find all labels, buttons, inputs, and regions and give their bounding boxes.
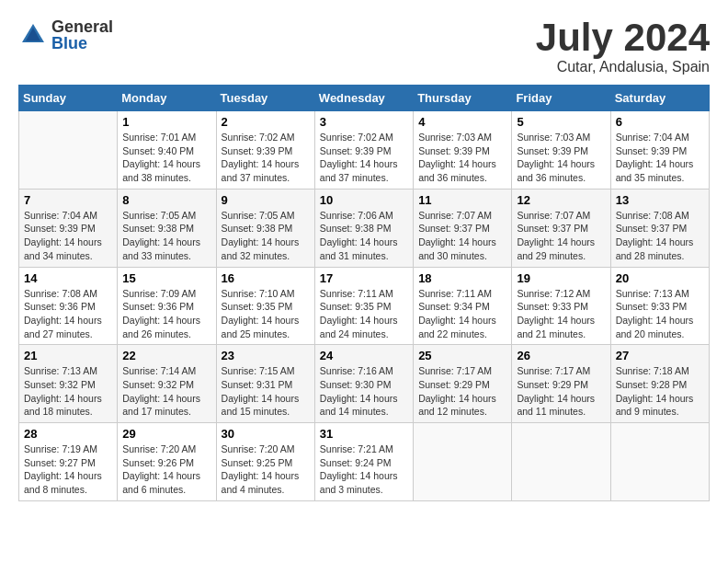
day-number: 2 — [222, 115, 310, 129]
day-number: 16 — [222, 271, 310, 285]
calendar-week-row: 21Sunrise: 7:13 AM Sunset: 9:32 PM Dayli… — [19, 345, 710, 423]
calendar-week-row: 1Sunrise: 7:01 AM Sunset: 9:40 PM Daylig… — [19, 111, 710, 190]
day-info: Sunrise: 7:14 AM Sunset: 9:32 PM Dayligh… — [122, 364, 210, 419]
calendar-day-cell: 17Sunrise: 7:11 AM Sunset: 9:35 PM Dayli… — [314, 267, 413, 345]
calendar-day-cell: 27Sunrise: 7:18 AM Sunset: 9:28 PM Dayli… — [610, 345, 709, 423]
calendar-day-cell: 9Sunrise: 7:05 AM Sunset: 9:38 PM Daylig… — [216, 189, 314, 267]
calendar-day-cell: 11Sunrise: 7:07 AM Sunset: 9:37 PM Dayli… — [414, 189, 512, 267]
day-info: Sunrise: 7:21 AM Sunset: 9:24 PM Dayligh… — [320, 442, 408, 497]
day-info: Sunrise: 7:05 AM Sunset: 9:38 PM Dayligh… — [222, 209, 310, 263]
calendar-day-cell: 26Sunrise: 7:17 AM Sunset: 9:29 PM Dayli… — [512, 345, 610, 423]
calendar-day-cell: 1Sunrise: 7:01 AM Sunset: 9:40 PM Daylig… — [118, 111, 216, 190]
day-info: Sunrise: 7:18 AM Sunset: 9:28 PM Dayligh… — [616, 364, 704, 419]
day-info: Sunrise: 7:07 AM Sunset: 9:37 PM Dayligh… — [517, 209, 605, 263]
logo-icon — [18, 20, 48, 50]
day-number: 29 — [122, 427, 210, 441]
calendar-week-row: 14Sunrise: 7:08 AM Sunset: 9:36 PM Dayli… — [19, 267, 710, 345]
day-info: Sunrise: 7:13 AM Sunset: 9:33 PM Dayligh… — [616, 287, 704, 341]
day-info: Sunrise: 7:03 AM Sunset: 9:39 PM Dayligh… — [517, 131, 605, 185]
calendar-body: 1Sunrise: 7:01 AM Sunset: 9:40 PM Daylig… — [19, 111, 710, 501]
logo-blue: Blue — [51, 35, 113, 52]
calendar-day-cell: 28Sunrise: 7:19 AM Sunset: 9:27 PM Dayli… — [19, 423, 118, 501]
day-number: 20 — [616, 271, 704, 285]
calendar-day-cell: 19Sunrise: 7:12 AM Sunset: 9:33 PM Dayli… — [512, 267, 610, 345]
day-number: 14 — [24, 271, 112, 285]
calendar-day-cell: 29Sunrise: 7:20 AM Sunset: 9:26 PM Dayli… — [118, 423, 216, 501]
calendar-day-cell: 8Sunrise: 7:05 AM Sunset: 9:38 PM Daylig… — [118, 189, 216, 267]
logo: General Blue — [18, 18, 113, 52]
day-number: 11 — [418, 193, 506, 207]
calendar-day-cell: 4Sunrise: 7:03 AM Sunset: 9:39 PM Daylig… — [414, 111, 512, 190]
day-info: Sunrise: 7:08 AM Sunset: 9:37 PM Dayligh… — [616, 209, 704, 263]
day-info: Sunrise: 7:02 AM Sunset: 9:39 PM Dayligh… — [320, 131, 408, 185]
header-sunday: Sunday — [19, 86, 118, 111]
calendar-header: SundayMondayTuesdayWednesdayThursdayFrid… — [19, 86, 710, 111]
header-tuesday: Tuesday — [216, 86, 314, 111]
day-info: Sunrise: 7:11 AM Sunset: 9:34 PM Dayligh… — [418, 287, 506, 341]
calendar-day-cell: 16Sunrise: 7:10 AM Sunset: 9:35 PM Dayli… — [216, 267, 314, 345]
day-number: 27 — [616, 349, 704, 362]
header-saturday: Saturday — [610, 86, 709, 111]
day-number: 30 — [222, 427, 310, 441]
day-number: 21 — [24, 349, 112, 362]
day-number: 10 — [320, 193, 408, 207]
day-info: Sunrise: 7:11 AM Sunset: 9:35 PM Dayligh… — [320, 287, 408, 341]
calendar-day-cell: 13Sunrise: 7:08 AM Sunset: 9:37 PM Dayli… — [610, 189, 709, 267]
calendar-day-cell: 15Sunrise: 7:09 AM Sunset: 9:36 PM Dayli… — [118, 267, 216, 345]
location: Cutar, Andalusia, Spain — [536, 59, 710, 75]
day-info: Sunrise: 7:06 AM Sunset: 9:38 PM Dayligh… — [320, 209, 408, 263]
day-info: Sunrise: 7:16 AM Sunset: 9:30 PM Dayligh… — [320, 364, 408, 419]
day-info: Sunrise: 7:05 AM Sunset: 9:38 PM Dayligh… — [122, 209, 210, 263]
calendar-day-cell: 24Sunrise: 7:16 AM Sunset: 9:30 PM Dayli… — [314, 345, 413, 423]
page-header: General Blue July 2024 Cutar, Andalusia,… — [18, 18, 710, 75]
day-number: 19 — [517, 271, 605, 285]
day-info: Sunrise: 7:04 AM Sunset: 9:39 PM Dayligh… — [616, 131, 704, 185]
day-number: 1 — [122, 115, 210, 129]
day-number: 25 — [418, 349, 506, 362]
day-info: Sunrise: 7:19 AM Sunset: 9:27 PM Dayligh… — [24, 442, 112, 497]
calendar-day-cell: 21Sunrise: 7:13 AM Sunset: 9:32 PM Dayli… — [19, 345, 118, 423]
header-wednesday: Wednesday — [314, 86, 413, 111]
calendar-day-cell: 7Sunrise: 7:04 AM Sunset: 9:39 PM Daylig… — [19, 189, 118, 267]
day-info: Sunrise: 7:03 AM Sunset: 9:39 PM Dayligh… — [418, 131, 506, 185]
calendar-week-row: 7Sunrise: 7:04 AM Sunset: 9:39 PM Daylig… — [19, 189, 710, 267]
calendar-day-cell: 23Sunrise: 7:15 AM Sunset: 9:31 PM Dayli… — [216, 345, 314, 423]
calendar-day-cell: 3Sunrise: 7:02 AM Sunset: 9:39 PM Daylig… — [314, 111, 413, 190]
calendar-day-cell: 14Sunrise: 7:08 AM Sunset: 9:36 PM Dayli… — [19, 267, 118, 345]
day-info: Sunrise: 7:10 AM Sunset: 9:35 PM Dayligh… — [222, 287, 310, 341]
day-number: 22 — [122, 349, 210, 362]
day-number: 31 — [320, 427, 408, 441]
calendar-day-cell: 10Sunrise: 7:06 AM Sunset: 9:38 PM Dayli… — [314, 189, 413, 267]
calendar-day-cell: 18Sunrise: 7:11 AM Sunset: 9:34 PM Dayli… — [414, 267, 512, 345]
day-number: 12 — [517, 193, 605, 207]
logo-general: General — [51, 18, 113, 35]
day-info: Sunrise: 7:15 AM Sunset: 9:31 PM Dayligh… — [222, 364, 310, 419]
day-number: 24 — [320, 349, 408, 362]
calendar-day-cell: 22Sunrise: 7:14 AM Sunset: 9:32 PM Dayli… — [118, 345, 216, 423]
day-number: 23 — [222, 349, 310, 362]
header-monday: Monday — [118, 86, 216, 111]
day-info: Sunrise: 7:20 AM Sunset: 9:25 PM Dayligh… — [222, 442, 310, 497]
day-info: Sunrise: 7:13 AM Sunset: 9:32 PM Dayligh… — [24, 364, 112, 419]
day-info: Sunrise: 7:08 AM Sunset: 9:36 PM Dayligh… — [24, 287, 112, 341]
day-info: Sunrise: 7:17 AM Sunset: 9:29 PM Dayligh… — [418, 364, 506, 419]
day-number: 8 — [122, 193, 210, 207]
day-info: Sunrise: 7:09 AM Sunset: 9:36 PM Dayligh… — [122, 287, 210, 341]
day-info: Sunrise: 7:01 AM Sunset: 9:40 PM Dayligh… — [122, 131, 210, 185]
calendar-day-cell: 2Sunrise: 7:02 AM Sunset: 9:39 PM Daylig… — [216, 111, 314, 190]
day-number: 15 — [122, 271, 210, 285]
day-info: Sunrise: 7:17 AM Sunset: 9:29 PM Dayligh… — [517, 364, 605, 419]
day-info: Sunrise: 7:07 AM Sunset: 9:37 PM Dayligh… — [418, 209, 506, 263]
calendar-day-cell — [19, 111, 118, 190]
day-number: 18 — [418, 271, 506, 285]
calendar-day-cell: 5Sunrise: 7:03 AM Sunset: 9:39 PM Daylig… — [512, 111, 610, 190]
day-info: Sunrise: 7:20 AM Sunset: 9:26 PM Dayligh… — [122, 442, 210, 497]
calendar-day-cell: 25Sunrise: 7:17 AM Sunset: 9:29 PM Dayli… — [414, 345, 512, 423]
day-number: 9 — [222, 193, 310, 207]
day-number: 3 — [320, 115, 408, 129]
day-number: 7 — [24, 193, 112, 207]
day-info: Sunrise: 7:12 AM Sunset: 9:33 PM Dayligh… — [517, 287, 605, 341]
calendar-day-cell: 6Sunrise: 7:04 AM Sunset: 9:39 PM Daylig… — [610, 111, 709, 190]
header-thursday: Thursday — [414, 86, 512, 111]
day-number: 28 — [24, 427, 112, 441]
